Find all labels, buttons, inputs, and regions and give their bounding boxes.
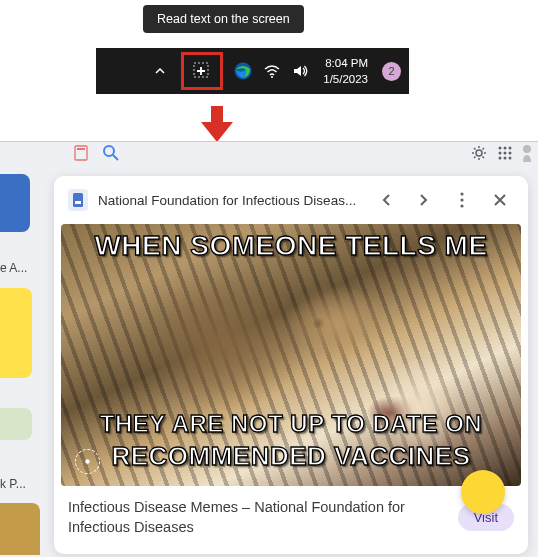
svg-point-19: [460, 192, 463, 195]
browser-toolbar-right: [470, 141, 532, 165]
taskbar: 8:04 PM 1/5/2023 2: [96, 48, 409, 94]
svg-point-10: [499, 152, 502, 155]
next-button[interactable]: [410, 186, 438, 214]
bookmark-icon[interactable]: [72, 144, 90, 162]
browser-toolbar-left: [72, 141, 120, 165]
red-arrow-annotation: [197, 104, 237, 144]
meme-text-bot: RECOMMENDED VACCINES: [61, 441, 521, 472]
result-thumbnail[interactable]: [0, 174, 30, 232]
more-button[interactable]: [448, 186, 476, 214]
source-favicon: [68, 189, 88, 211]
volume-icon[interactable]: [291, 62, 309, 80]
prev-button[interactable]: [372, 186, 400, 214]
caption-text[interactable]: Infectious Disease Memes – National Foun…: [68, 498, 446, 537]
meme-text-top: WHEN SOMEONE TELLS ME: [61, 230, 521, 262]
svg-point-15: [509, 157, 512, 160]
svg-point-22: [85, 459, 89, 463]
notification-badge[interactable]: 2: [382, 62, 401, 81]
svg-point-9: [509, 147, 512, 150]
tooltip: Read text on the screen: [143, 5, 304, 33]
text-extractor-highlight: [181, 52, 223, 90]
svg-point-2: [271, 76, 273, 78]
apps-icon[interactable]: [496, 144, 514, 162]
close-button[interactable]: [486, 186, 514, 214]
edge-browser-icon[interactable]: [233, 61, 253, 81]
text-extractor-icon[interactable]: [192, 61, 212, 81]
svg-point-8: [504, 147, 507, 150]
svg-point-6: [476, 150, 482, 156]
svg-point-11: [504, 152, 507, 155]
image-preview-card: National Foundation for Infectious Disea…: [54, 176, 528, 554]
clock[interactable]: 8:04 PM 1/5/2023: [323, 55, 368, 87]
time: 8:04 PM: [323, 55, 368, 71]
settings-icon[interactable]: [470, 144, 488, 162]
wifi-icon[interactable]: [263, 62, 281, 80]
lens-icon[interactable]: [75, 449, 100, 474]
meme-image[interactable]: WHEN SOMEONE TELLS ME THEY ARE NOT UP TO…: [61, 224, 521, 486]
svg-point-21: [460, 204, 463, 207]
lens-icon[interactable]: [102, 144, 120, 162]
result-label: e A...: [0, 261, 27, 275]
svg-point-12: [509, 152, 512, 155]
svg-rect-18: [75, 201, 81, 204]
card-caption-row: Infectious Disease Memes – National Foun…: [54, 486, 528, 545]
svg-point-20: [460, 198, 463, 201]
floating-action-button[interactable]: [461, 470, 505, 514]
svg-point-14: [504, 157, 507, 160]
svg-rect-17: [73, 193, 83, 207]
svg-point-13: [499, 157, 502, 160]
result-label: k P...: [0, 477, 26, 491]
avatar-icon[interactable]: [522, 144, 532, 162]
meme-text-mid: THEY ARE NOT UP TO DATE ON: [61, 410, 521, 438]
result-thumbnail[interactable]: [0, 503, 40, 555]
card-header: National Foundation for Infectious Disea…: [54, 176, 528, 224]
source-title[interactable]: National Foundation for Infectious Disea…: [98, 193, 362, 208]
show-hidden-icons[interactable]: [152, 64, 167, 79]
date: 1/5/2023: [323, 71, 368, 87]
svg-rect-4: [77, 148, 85, 150]
result-thumbnail[interactable]: [0, 408, 32, 440]
svg-point-5: [104, 146, 114, 156]
svg-point-16: [523, 145, 531, 153]
result-thumbnail[interactable]: [0, 288, 32, 378]
svg-point-7: [499, 147, 502, 150]
